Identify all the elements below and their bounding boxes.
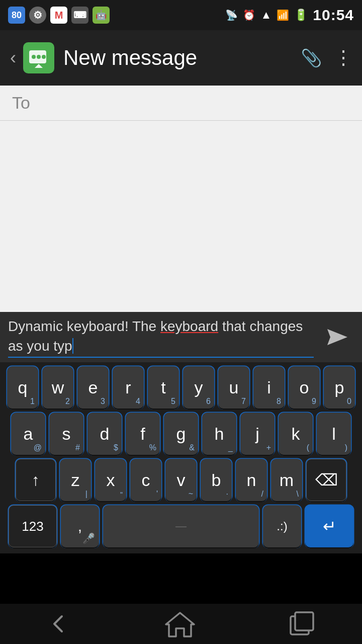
to-label: To (12, 93, 30, 113)
comma-key[interactable]: , 🎤 (61, 505, 99, 547)
key-y[interactable]: y6 (183, 366, 214, 409)
key-w[interactable]: w2 (42, 366, 73, 409)
key-k[interactable]: k( (279, 413, 313, 455)
svg-marker-5 (35, 64, 43, 68)
status-bar: 80 ⚙ M ⌨ 🤖 📡 ⏰ ▲ 📶 🔋 10:54 (0, 0, 362, 30)
key-e[interactable]: e3 (77, 366, 109, 409)
underlined-word: keyboard (160, 318, 218, 334)
key-d[interactable]: d$ (87, 413, 122, 455)
shift-key[interactable]: ↑ (16, 459, 56, 501)
key-row-4: 123 , 🎤 — .:) ↵ (2, 505, 360, 547)
app-icon (23, 42, 54, 73)
key-u[interactable]: u7 (218, 366, 249, 409)
key-c[interactable]: c' (130, 459, 161, 501)
key-a[interactable]: a@ (11, 413, 45, 455)
key-s[interactable]: s# (49, 413, 83, 455)
key-z[interactable]: z| (60, 459, 91, 501)
status-time: 10:54 (313, 7, 354, 24)
svg-point-3 (37, 55, 41, 59)
back-button[interactable]: ‹ (10, 47, 16, 68)
key-row-3: ↑ z| x" c' v~ b· n/ m\ ⌫ (2, 459, 360, 501)
android-icon: 🤖 (93, 7, 110, 24)
wifi-icon: ▲ (260, 9, 272, 22)
nav-recents-button[interactable] (288, 610, 316, 638)
key-b[interactable]: b· (201, 459, 232, 501)
mic-icon: 🎤 (82, 532, 95, 544)
num-key[interactable]: 123 (9, 505, 57, 547)
backspace-key[interactable]: ⌫ (306, 459, 346, 501)
message-body[interactable] (0, 121, 362, 312)
key-l[interactable]: l) (317, 413, 351, 455)
enter-key[interactable]: ↵ (305, 505, 353, 547)
svg-rect-9 (295, 612, 313, 630)
nav-home-button[interactable] (165, 610, 195, 638)
key-p[interactable]: p0 (324, 366, 355, 409)
key-x[interactable]: x" (95, 459, 126, 501)
compose-area: To (0, 86, 362, 312)
key-f[interactable]: f% (126, 413, 160, 455)
to-field[interactable]: To (0, 86, 362, 121)
status-icons-left: 80 ⚙ M ⌨ 🤖 (8, 7, 110, 24)
app-bar: ‹ New message 📎 ⋮ (0, 30, 362, 86)
space-key[interactable]: — (103, 505, 259, 547)
svg-marker-7 (166, 613, 194, 636)
key-g[interactable]: g& (164, 413, 198, 455)
send-button[interactable] (319, 319, 354, 355)
key-j[interactable]: j+ (240, 413, 275, 455)
more-options-button[interactable]: ⋮ (334, 47, 352, 69)
svg-point-4 (42, 55, 46, 59)
key-row-2: a@ s# d$ f% g& h_ j+ k( l) (2, 413, 360, 455)
battery-icon: 🔋 (294, 9, 308, 22)
status-icons-right: 📡 ⏰ ▲ 📶 🔋 10:54 (225, 7, 354, 24)
key-r[interactable]: r4 (113, 366, 144, 409)
clock-icon: ⏰ (243, 9, 255, 21)
svg-marker-6 (327, 329, 347, 345)
key-h[interactable]: h_ (202, 413, 236, 455)
gmail-icon: M (50, 7, 67, 24)
key-o[interactable]: o9 (289, 366, 320, 409)
app-bar-actions: 📎 ⋮ (301, 47, 352, 69)
nav-bar (0, 604, 362, 644)
keyboard-status-icon: ⌨ (71, 7, 88, 24)
key-n[interactable]: n/ (236, 459, 267, 501)
key-v[interactable]: v~ (165, 459, 197, 501)
level-icon: 80 (8, 7, 25, 24)
sim-icon: 📡 (225, 9, 238, 21)
suggestion-bar: Dynamic keyboard! The keyboard that chan… (0, 312, 362, 362)
key-q[interactable]: q1 (7, 366, 38, 409)
svg-point-2 (32, 55, 36, 59)
attach-button[interactable]: 📎 (301, 48, 322, 68)
key-t[interactable]: t5 (148, 366, 179, 409)
key-row-1: q1 w2 e3 r4 t5 y6 u7 i8 o9 p0 (2, 366, 360, 409)
suggestion-text: Dynamic keyboard! The keyboard that chan… (8, 316, 314, 358)
gear-icon: ⚙ (29, 7, 46, 24)
key-m[interactable]: m\ (271, 459, 302, 501)
signal-bars-icon: 📶 (277, 9, 289, 21)
nav-back-button[interactable] (47, 611, 72, 636)
app-title: New message (63, 46, 301, 70)
key-i[interactable]: i8 (253, 366, 285, 409)
keyboard: q1 w2 e3 r4 t5 y6 u7 i8 o9 p0 a@ s# d$ f… (0, 362, 362, 553)
dot-key[interactable]: .:) (263, 505, 301, 547)
